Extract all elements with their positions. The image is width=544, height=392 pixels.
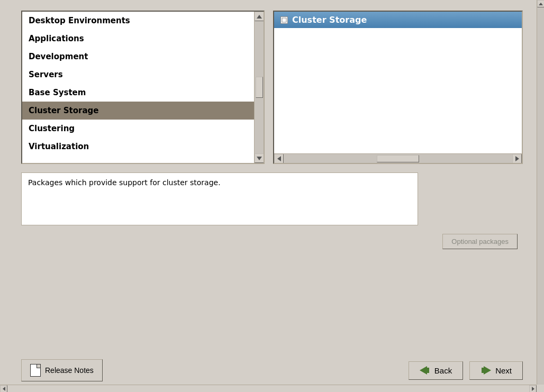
- category-item-servers[interactable]: Servers: [22, 66, 254, 84]
- next-arrow-icon: [480, 366, 491, 375]
- window-scroll-up-btn[interactable]: [537, 0, 544, 7]
- window-scrollbar-vertical[interactable]: [537, 0, 544, 392]
- scrollbar-up-btn[interactable]: [255, 12, 264, 21]
- category-item-development[interactable]: Development: [22, 48, 254, 66]
- category-item-clustering[interactable]: Clustering: [22, 120, 254, 138]
- arrow-down-icon: [257, 157, 262, 160]
- back-button[interactable]: Back: [409, 361, 463, 380]
- arrow-up-icon: [257, 15, 262, 19]
- document-icon: [30, 364, 41, 377]
- back-label: Back: [434, 366, 452, 375]
- right-nav-buttons: Back Next: [409, 361, 523, 380]
- checkbox-icon: [282, 17, 287, 23]
- description-text: Packages which provide support for clust…: [28, 178, 221, 187]
- scroll-corner: [537, 385, 544, 392]
- scrollbar-right-btn[interactable]: [512, 154, 522, 163]
- scrollbar-down-btn[interactable]: [255, 153, 264, 163]
- main-container: Desktop Environments Applications Develo…: [0, 0, 544, 392]
- package-panel: Cluster Storage: [273, 11, 523, 164]
- content-area: Desktop Environments Applications Develo…: [21, 11, 523, 351]
- window-scroll-right-btn[interactable]: [529, 385, 537, 393]
- package-header: Cluster Storage: [274, 12, 522, 28]
- top-panels: Desktop Environments Applications Develo…: [21, 11, 523, 164]
- optional-packages-row: Optional packages: [21, 234, 523, 249]
- category-item-cluster-storage[interactable]: Cluster Storage: [22, 102, 254, 120]
- description-box: Packages which provide support for clust…: [21, 172, 418, 225]
- package-scrollbar-horizontal[interactable]: [274, 153, 522, 163]
- category-list: Desktop Environments Applications Develo…: [22, 12, 254, 163]
- category-item-base-system[interactable]: Base System: [22, 84, 254, 102]
- category-item-desktop-environments[interactable]: Desktop Environments: [22, 12, 254, 30]
- category-panel: Desktop Environments Applications Develo…: [21, 11, 265, 164]
- release-notes-label: Release Notes: [45, 366, 94, 375]
- scrollbar-left-btn[interactable]: [274, 154, 284, 163]
- release-notes-button[interactable]: Release Notes: [21, 359, 103, 381]
- arrow-right-icon: [515, 156, 519, 161]
- bottom-bar: Release Notes Back Next: [21, 351, 523, 381]
- window-scroll-left-btn[interactable]: [0, 385, 7, 393]
- next-button[interactable]: Next: [469, 361, 523, 380]
- arrow-right-icon: [532, 387, 534, 391]
- category-scrollbar-vertical[interactable]: [254, 12, 264, 163]
- window-scrollbar-horizontal[interactable]: [0, 385, 537, 392]
- arrow-left-icon: [3, 387, 5, 391]
- window-scroll-track[interactable]: [537, 7, 544, 385]
- arrow-up-icon: [539, 3, 543, 5]
- svg-rect-0: [282, 18, 286, 22]
- scrollbar-thumb[interactable]: [256, 77, 263, 98]
- category-item-virtualization[interactable]: Virtualization: [22, 138, 254, 156]
- category-item-applications[interactable]: Applications: [22, 30, 254, 48]
- package-checkbox[interactable]: [280, 16, 288, 24]
- scrollbar-track[interactable]: [255, 21, 264, 153]
- optional-packages-button[interactable]: Optional packages: [442, 234, 518, 249]
- scrollbar-track-h[interactable]: [284, 154, 512, 163]
- scrollbar-thumb-h[interactable]: [377, 155, 419, 162]
- back-arrow-icon: [420, 366, 430, 375]
- arrow-left-icon: [277, 156, 281, 161]
- package-header-title: Cluster Storage: [292, 15, 367, 25]
- package-content: [274, 28, 522, 153]
- next-label: Next: [495, 366, 512, 375]
